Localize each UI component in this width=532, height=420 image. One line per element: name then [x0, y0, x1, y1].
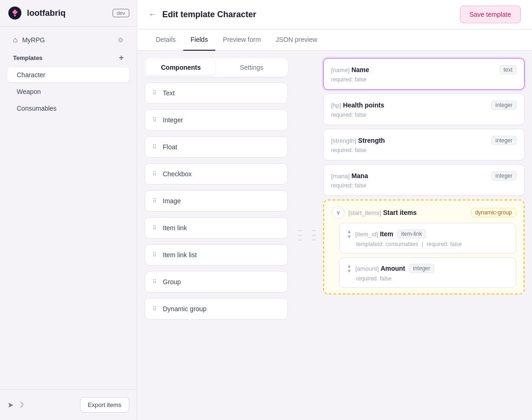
- field-mana-key: [mana]: [331, 173, 350, 180]
- sidebar-footer: ➤ ☽ Export items: [0, 389, 137, 420]
- component-text[interactable]: ⠿ Text: [145, 82, 288, 104]
- sub-field-amount-arrows[interactable]: ▲ ▼: [347, 263, 352, 273]
- main-panel: ← Edit template Character Save template …: [137, 0, 532, 420]
- dynamic-group-start-items: ∨ [start_items] Start items dynamic-grou…: [323, 200, 525, 294]
- field-strength-type: integer: [491, 136, 517, 145]
- component-integer[interactable]: ⠿ Integer: [145, 109, 288, 131]
- sub-field-item-label: Item: [380, 230, 393, 238]
- panel-tab-bar: Components Settings: [145, 58, 288, 77]
- field-hp[interactable]: [hp] Health points integer required: fal…: [323, 93, 525, 125]
- sub-field-amount-type: integer: [409, 264, 434, 273]
- workspace-label: MyRPG: [22, 36, 45, 44]
- tab-details[interactable]: Details: [148, 29, 183, 51]
- svg-point-3: [299, 235, 300, 236]
- svg-point-4: [300, 235, 302, 236]
- arrow-icon[interactable]: ➤: [7, 400, 13, 409]
- field-strength-label: Strength: [358, 137, 385, 144]
- drag-handle-icon: ⠿: [153, 90, 157, 96]
- component-item-link-list[interactable]: ⠿ Item link list: [145, 244, 288, 266]
- drag-handle-icon: ⠿: [153, 117, 157, 123]
- sub-field-amount-required: required: false: [347, 275, 508, 282]
- tab-fields[interactable]: Fields: [183, 29, 215, 51]
- dynamic-group-type: dynamic-group: [471, 208, 516, 217]
- field-mana-label: Mana: [352, 172, 368, 180]
- component-dynamic-group[interactable]: ⠿ Dynamic group: [145, 298, 288, 320]
- sidebar-header: lootfabriq dev: [0, 0, 137, 27]
- field-hp-key: [hp]: [331, 102, 341, 109]
- dev-badge: dev: [113, 9, 129, 17]
- svg-point-11: [313, 240, 314, 241]
- sub-field-item-key: [item_id]: [355, 231, 378, 238]
- drag-handle-icon: ⠿: [153, 225, 157, 231]
- add-template-button[interactable]: +: [119, 53, 124, 62]
- field-hp-type: integer: [491, 100, 517, 110]
- sub-field-amount-label: Amount: [380, 265, 405, 272]
- field-mana-type: integer: [491, 171, 517, 180]
- tab-preview-form[interactable]: Preview form: [215, 29, 268, 51]
- workspace-nav-item[interactable]: ⌂ MyRPG ⚙: [7, 32, 129, 48]
- templates-label: Templates: [13, 54, 42, 61]
- fields-drag-handle[interactable]: [312, 58, 316, 413]
- sidebar-item-consumables[interactable]: Consumables: [7, 101, 129, 116]
- panel-resize-handle[interactable]: [295, 51, 305, 420]
- fields-list: [name] Name text required: false [hp] He…: [323, 58, 525, 413]
- settings-icon[interactable]: ⚙: [118, 36, 124, 44]
- export-items-button[interactable]: Export items: [80, 397, 129, 413]
- sidebar-nav: ⌂ MyRPG ⚙ Templates + Character Weapon C…: [0, 27, 137, 121]
- field-hp-label: Health points: [343, 101, 385, 109]
- component-float[interactable]: ⠿ Float: [145, 136, 288, 158]
- field-strength-required: required: false: [331, 147, 517, 153]
- character-label: Character: [17, 71, 45, 79]
- svg-point-2: [300, 230, 302, 232]
- sidebar-item-weapon[interactable]: Weapon: [7, 84, 129, 99]
- component-group[interactable]: ⠿ Group: [145, 271, 288, 293]
- sidebar: lootfabriq dev ⌂ MyRPG ⚙ Templates + Cha…: [0, 0, 137, 420]
- sub-field-item-meta: templateId: consumables | required: fals…: [347, 241, 508, 247]
- drag-handle-icon: ⠿: [153, 144, 157, 150]
- svg-point-12: [314, 240, 316, 241]
- field-name[interactable]: [name] Name text required: false: [323, 58, 525, 90]
- svg-point-8: [314, 230, 316, 232]
- sidebar-item-character[interactable]: Character: [7, 67, 129, 82]
- field-name-required: required: false: [331, 76, 517, 83]
- sub-field-item[interactable]: ▲ ▼ [item_id] Item item-link temp: [339, 223, 516, 253]
- dynamic-group-key: [start_items]: [348, 209, 381, 216]
- field-strength-key: [strength]: [331, 137, 356, 144]
- sub-field-item-arrows[interactable]: ▲ ▼: [347, 229, 352, 239]
- field-mana[interactable]: [mana] Mana integer required: false: [323, 164, 525, 196]
- svg-point-7: [313, 230, 314, 232]
- logo-icon: [7, 6, 22, 20]
- field-name-label: Name: [352, 66, 369, 73]
- consumables-label: Consumables: [17, 105, 57, 112]
- drag-handle-icon: ⠿: [153, 171, 157, 177]
- drag-handle-icon: ⠿: [153, 306, 157, 312]
- svg-point-9: [313, 235, 314, 236]
- panel-tab-components[interactable]: Components: [146, 60, 215, 75]
- tab-json-preview[interactable]: JSON preview: [268, 29, 325, 51]
- templates-section-header: Templates +: [7, 50, 129, 66]
- drag-handle-icon: ⠿: [153, 279, 157, 285]
- collapse-button[interactable]: ∨: [332, 206, 345, 219]
- weapon-label: Weapon: [17, 88, 41, 95]
- logo-text: lootfabriq: [27, 8, 66, 18]
- page-title: Edit template Character: [162, 10, 256, 20]
- sub-field-amount[interactable]: ▲ ▼ [amount] Amount integer required: fa…: [339, 257, 516, 288]
- save-template-button[interactable]: Save template: [460, 6, 521, 23]
- component-checkbox[interactable]: ⠿ Checkbox: [145, 163, 288, 185]
- moon-icon[interactable]: ☽: [17, 400, 24, 409]
- panel-tab-settings[interactable]: Settings: [217, 60, 286, 75]
- dynamic-group-label: Start items: [383, 209, 417, 216]
- top-bar: ← Edit template Character Save template: [137, 0, 532, 29]
- svg-point-6: [300, 240, 302, 241]
- content-area: Components Settings ⠿ Text ⠿ Integer ⠿ F…: [137, 51, 532, 420]
- drag-handle-icon: ⠿: [153, 252, 157, 258]
- back-button[interactable]: ←: [148, 10, 157, 20]
- component-item-link[interactable]: ⠿ Item link: [145, 217, 288, 239]
- tab-bar: Details Fields Preview form JSON preview: [137, 29, 532, 51]
- field-strength[interactable]: [strength] Strength integer required: fa…: [323, 129, 525, 160]
- drag-handle-icon: ⠿: [153, 198, 157, 204]
- component-image[interactable]: ⠿ Image: [145, 190, 288, 212]
- svg-point-5: [299, 240, 300, 241]
- field-name-key: [name]: [331, 67, 350, 73]
- sub-field-item-type: item-link: [397, 229, 426, 239]
